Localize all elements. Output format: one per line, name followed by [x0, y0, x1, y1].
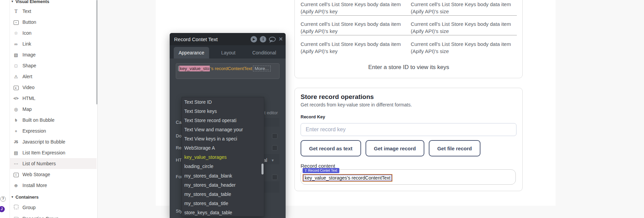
- dropdown-option[interactable]: Text View and manage your: [182, 125, 264, 134]
- more-token[interactable]: More...: [253, 66, 271, 71]
- dropdown-option[interactable]: loading_circle: [182, 162, 264, 171]
- help-icon[interactable]: ?: [0, 196, 6, 202]
- selected-text-element[interactable]: key_value_storages's recordContentText: [303, 174, 392, 182]
- field-label-fragment: Ca: [176, 120, 182, 125]
- sidebar-item-group[interactable]: Group: [10, 202, 97, 213]
- dropdown-option[interactable]: store_keys_data_table: [182, 208, 264, 217]
- tab-appearance[interactable]: Appearance: [174, 47, 209, 58]
- empty-state-message: Enter a store ID to view its keys: [301, 64, 517, 71]
- dropdown-option[interactable]: Text View keys in a speci: [182, 134, 264, 144]
- sidebar-item-shape[interactable]: □Shape: [10, 60, 97, 71]
- group-icon: [13, 205, 19, 210]
- dropdown-option[interactable]: my_stores_data_blank: [182, 171, 264, 181]
- checkbox[interactable]: [272, 174, 277, 180]
- dropdown-option[interactable]: my_stores_data_title: [182, 199, 264, 208]
- operations-title: Store record operations: [301, 93, 374, 101]
- sidebar-item-label: Shape: [22, 63, 36, 68]
- sidebar-item-label: Map: [22, 106, 32, 112]
- dropdown-option[interactable]: WebStorage A: [182, 143, 264, 153]
- comment-icon[interactable]: [269, 37, 276, 42]
- sidebar-item-alert[interactable]: ⚠Alert: [10, 71, 97, 82]
- store-size-cell: Current cell's List Store Keys body data…: [411, 1, 525, 15]
- sidebar-item-html[interactable]: </>HTML: [10, 93, 97, 104]
- dropdown-option[interactable]: my_stores_data_header: [182, 180, 264, 190]
- sidebar-item-label: Repeating Group: [22, 216, 59, 218]
- chip-label: Record Contet Text: [308, 169, 337, 172]
- dropdown-option[interactable]: my_stores_data_table: [182, 189, 264, 199]
- panel-header[interactable]: Record Contet Text ▶ i ✕: [170, 33, 286, 45]
- store-size-cell: Current cell's List Store Keys body data…: [411, 40, 525, 55]
- text-caret: [178, 66, 179, 71]
- chevron-down-icon: ▼: [271, 158, 274, 162]
- close-icon[interactable]: ✕: [278, 36, 283, 42]
- containers-header[interactable]: ▾ Containers: [12, 194, 86, 200]
- sidebar-item-icon[interactable]: ☆Icon: [10, 28, 97, 38]
- sidebar-item-label: Built on Bubble: [22, 117, 54, 123]
- dropdown-option[interactable]: key_value_storages: [182, 152, 264, 162]
- dynamic-text-composer[interactable]: key_value_sto 's recordContentText More.…: [176, 63, 279, 79]
- sidebar-item-label: Web Storage: [22, 172, 50, 177]
- panel-title: Record Contet Text: [174, 36, 218, 42]
- sidebar-item-list-of-numbers[interactable]: ⋯List of Numbers: [10, 158, 97, 169]
- list-item-expression-icon: ▤: [13, 150, 19, 155]
- sidebar-item-map[interactable]: ◎Map: [10, 104, 97, 115]
- sidebar-item-list-item-expression[interactable]: ▤List Item Expression: [10, 147, 97, 158]
- sidebar-item-repeating-group[interactable]: ∷Repeating Group: [10, 213, 97, 218]
- get-record-as-text-button[interactable]: Get record as text: [301, 140, 361, 156]
- panel-tabs: AppearanceLayoutConditional: [170, 45, 286, 58]
- video-icon: ▸: [13, 85, 19, 90]
- tab-conditional[interactable]: Conditional: [247, 47, 281, 58]
- sidebar-item-label: Video: [22, 85, 35, 90]
- sidebar-scrollbar[interactable]: [96, 0, 98, 104]
- get-file-record-button[interactable]: Get file record: [429, 140, 480, 156]
- row-divider: [301, 15, 517, 16]
- image-icon: ▧: [13, 52, 19, 57]
- dropdown-option[interactable]: Text Store keys: [182, 106, 264, 116]
- sidebar-item-text[interactable]: TText: [10, 6, 97, 17]
- map-icon: ◎: [13, 107, 19, 112]
- sidebar-item-image[interactable]: ▧Image: [10, 49, 97, 60]
- sidebar-item-label: Image: [22, 52, 36, 57]
- sidebar-item-expression[interactable]: +Expression: [10, 125, 97, 136]
- install-more-icon: ⊕: [13, 183, 19, 188]
- sidebar-item-label: Expression: [22, 128, 46, 134]
- dropdown-option[interactable]: Text Store ID: [182, 97, 264, 107]
- expression-icon: +: [13, 129, 19, 134]
- operations-subtitle: Get records from key-value store in diff…: [301, 102, 412, 107]
- record-key-input[interactable]: [301, 123, 516, 136]
- checkbox[interactable]: [272, 145, 277, 151]
- sidebar-item-button[interactable]: +Button: [10, 17, 97, 28]
- store-size-cell: Current cell's List Store Keys body data…: [411, 20, 525, 35]
- store-key-cell: Current cell's List Store Keys body data…: [301, 40, 415, 55]
- rich-text-editor-link-fragment[interactable]: xt editor: [262, 110, 278, 115]
- dropdown-option[interactable]: Text Store record operati: [182, 116, 264, 125]
- sidebar-item-javascript-to-bubble[interactable]: JSJavascript to Bubble: [10, 136, 97, 147]
- sidebar-item-link[interactable]: ∞Link: [10, 38, 97, 49]
- sidebar-item-video[interactable]: ▸Video: [10, 82, 97, 93]
- field-label-fragment: Do: [176, 133, 182, 138]
- icon-icon: ☆: [13, 31, 19, 36]
- property-editor-panel: Record Contet Text ▶ i ✕ AppearanceLayou…: [170, 33, 286, 218]
- sidebar-item-label: Button: [22, 19, 36, 25]
- sidebar-item-label: Install More: [22, 183, 47, 188]
- field-label-fragment: Sty: [176, 208, 182, 214]
- sidebar-item-built-on-bubble[interactable]: bBuilt on Bubble: [10, 115, 97, 125]
- sidebar-item-label: HTML: [22, 96, 35, 101]
- preview-play-icon[interactable]: ▶: [251, 36, 257, 43]
- sidebar-item-install-more[interactable]: ⊕Install More: [10, 180, 97, 191]
- tab-layout[interactable]: Layout: [212, 47, 244, 58]
- sidebar-item-label: Javascript to Bubble: [22, 139, 65, 145]
- list-of-numbers-icon: ⋯: [13, 161, 19, 166]
- text-type-icon: T: [305, 169, 307, 172]
- checkbox[interactable]: [272, 133, 277, 139]
- link-icon: ∞: [13, 41, 19, 47]
- built-on-bubble-icon: b: [13, 118, 19, 122]
- sidebar-item-label: Group: [22, 205, 36, 210]
- visual-elements-header[interactable]: ▾ Visual Elements: [12, 0, 86, 5]
- info-icon[interactable]: i: [260, 36, 266, 43]
- javascript-to-bubble-icon: JS: [13, 140, 19, 144]
- get-image-record-button[interactable]: Get image record: [366, 140, 424, 156]
- sidebar-item-label: Alert: [22, 74, 32, 79]
- sidebar-item-web-storage[interactable]: ≡Web Storage: [10, 169, 97, 180]
- repeating-group-icon: ∷: [13, 216, 19, 218]
